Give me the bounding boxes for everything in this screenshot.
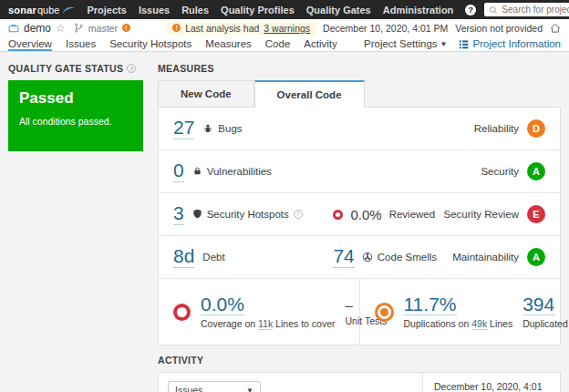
help-icon[interactable]: ? <box>465 5 476 15</box>
branch-warning-icon[interactable]: ! <box>122 24 130 32</box>
unit-tests-value: – <box>346 297 353 313</box>
project-header-bar: demo ☆ master ! ! Last analysis had 3 wa… <box>0 19 569 36</box>
chevron-down-icon: ▼ <box>246 387 253 392</box>
project-header-right: ! Last analysis had 3 warnings December … <box>167 22 561 35</box>
coverage-label: Coverage on 11k Lines to cover <box>201 318 336 329</box>
code-smells-value[interactable]: 74 <box>333 246 354 267</box>
vulnerabilities-value[interactable]: 0 <box>173 160 184 181</box>
project-settings-label: Project Settings <box>364 38 438 49</box>
maintainability-label: Maintainability <box>452 252 519 263</box>
reliability-rating-badge[interactable]: D <box>527 119 545 138</box>
bugs-metric: 27 Bugs <box>173 118 333 139</box>
code-smells-metric: 74 Code Smells <box>333 246 452 267</box>
quality-gate-status: Passed <box>19 89 132 108</box>
warnings-link[interactable]: 3 warnings <box>264 23 310 34</box>
coverage-label-suffix: Lines to cover <box>275 318 335 329</box>
reviewed-value: 0.0% <box>350 207 381 222</box>
tab-new-code[interactable]: New Code <box>158 80 254 107</box>
activity-graph-area: Issues ▼ <box>159 373 423 392</box>
tab-code[interactable]: Code <box>265 37 291 51</box>
coverage-label-prefix: Coverage on <box>201 318 255 329</box>
bugs-label: Bugs <box>218 123 242 134</box>
tab-bar-right: Project Settings ▼ Project Information <box>364 38 561 49</box>
project-settings-menu[interactable]: Project Settings ▼ <box>364 38 447 49</box>
tab-overview[interactable]: Overview <box>8 37 52 51</box>
bugs-row: 27 Bugs Reliability D <box>159 108 560 150</box>
duplications-lines-link[interactable]: 49k <box>471 318 487 330</box>
duplicated-blocks-metric: 394 Duplicated Blocks <box>522 294 569 329</box>
tab-security-hotspots[interactable]: Security Hotspots <box>109 37 191 51</box>
shield-icon <box>192 209 202 219</box>
coverage-ring-icon <box>173 304 191 321</box>
duplications-label-suffix: Lines <box>490 318 512 329</box>
overview-content: QUALITY GATE STATUS ? Passed All conditi… <box>0 52 569 392</box>
quality-gate-heading: QUALITY GATE STATUS ? <box>8 63 143 74</box>
duplications-donut-icon <box>375 303 394 322</box>
reviewed-metric: 0.0% Reviewed <box>333 207 443 222</box>
duplications-label: Duplications on 49k Lines <box>404 318 513 329</box>
search-input[interactable] <box>502 5 569 15</box>
branch-icon <box>74 23 84 33</box>
reliability-label: Reliability <box>474 123 519 134</box>
hotspots-label-group: Security Hotspots ? <box>192 209 303 220</box>
warning-icon: ! <box>172 24 181 32</box>
duplications-section: 11.7% Duplications on 49k Lines 394 Dupl… <box>360 279 561 345</box>
logo-text-light: qube <box>37 5 59 15</box>
tab-activity[interactable]: Activity <box>304 37 336 51</box>
bugs-value[interactable]: 27 <box>173 118 194 139</box>
activity-card: Issues ▼ December 10, 2020, 4:01 PM not … <box>158 372 561 392</box>
help-icon[interactable]: ? <box>294 210 303 219</box>
activity-graph-select-value: Issues <box>175 385 202 392</box>
tab-issues[interactable]: Issues <box>66 37 96 51</box>
branch-name: master <box>88 23 118 34</box>
debt-value[interactable]: 8d <box>173 246 194 267</box>
reliability-group: Reliability D <box>474 119 545 138</box>
nav-item-issues[interactable]: Issues <box>139 5 170 15</box>
hotspots-value[interactable]: 3 <box>173 203 184 224</box>
nav-item-rules[interactable]: Rules <box>181 5 209 15</box>
project-information-label: Project Information <box>472 38 561 49</box>
security-group: Security A <box>481 162 545 181</box>
nav-item-quality-gates[interactable]: Quality Gates <box>306 5 371 15</box>
maintainability-group: Maintainability A <box>452 248 545 266</box>
debt-label: Debt <box>202 252 224 263</box>
analysis-date: December 10, 2020, 4:01 PM <box>323 23 448 34</box>
home-icon[interactable] <box>550 23 561 34</box>
quality-gate-subtext: All conditions passed. <box>19 116 132 127</box>
coverage-value[interactable]: 0.0% <box>201 294 244 315</box>
help-icon[interactable]: ? <box>127 64 136 73</box>
measures-panel: MEASURES New Code Overall Code 27 Bugs <box>158 56 561 392</box>
lock-icon <box>192 166 202 176</box>
security-review-group: Security Review E <box>444 205 545 223</box>
sonarqube-project-overview: sonarqube Projects Issues Rules Quality … <box>0 0 569 392</box>
tab-measures[interactable]: Measures <box>205 37 252 51</box>
nav-item-projects[interactable]: Projects <box>87 5 126 15</box>
quality-gate-panel: QUALITY GATE STATUS ? Passed All conditi… <box>8 56 143 392</box>
coverage-section: 0.0% Coverage on 11k Lines to cover – Un… <box>159 279 360 345</box>
warning-text: Last analysis had <box>185 23 259 34</box>
project-information-button[interactable]: Project Information <box>459 38 561 49</box>
favorite-star-icon[interactable]: ☆ <box>56 23 66 34</box>
coverage-lines-link[interactable]: 11k <box>258 318 273 330</box>
project-tab-bar: Overview Issues Security Hotspots Measur… <box>0 36 569 52</box>
analysis-warning-banner: ! Last analysis had 3 warnings <box>167 22 316 35</box>
nav-item-administration[interactable]: Administration <box>383 5 454 15</box>
sonarqube-logo[interactable]: sonarqube <box>8 5 75 15</box>
security-review-rating-badge[interactable]: E <box>527 205 545 223</box>
security-hotspots-row: 3 Security Hotspots ? 0.0% Reviewed Se <box>159 193 560 236</box>
duplications-value[interactable]: 11.7% <box>404 294 457 315</box>
tab-overall-code[interactable]: Overall Code <box>254 80 365 108</box>
duplicated-blocks-label: Duplicated Blocks <box>522 318 569 329</box>
activity-heading: ACTIVITY <box>158 355 561 366</box>
maintainability-rating-badge[interactable]: A <box>527 248 545 266</box>
duplicated-blocks-value[interactable]: 394 <box>522 294 554 315</box>
logo-swoosh-icon <box>62 5 75 14</box>
security-rating-badge[interactable]: A <box>527 162 545 181</box>
nav-item-quality-profiles[interactable]: Quality Profiles <box>221 5 295 15</box>
activity-graph-select[interactable]: Issues ▼ <box>168 381 261 392</box>
bugs-label-group: Bugs <box>202 123 242 134</box>
coverage-duplications-row: 0.0% Coverage on 11k Lines to cover – Un… <box>159 279 560 345</box>
version-label: Version not provided <box>455 23 543 34</box>
top-navigation: sonarqube Projects Issues Rules Quality … <box>0 0 569 19</box>
search-icon <box>489 5 498 15</box>
